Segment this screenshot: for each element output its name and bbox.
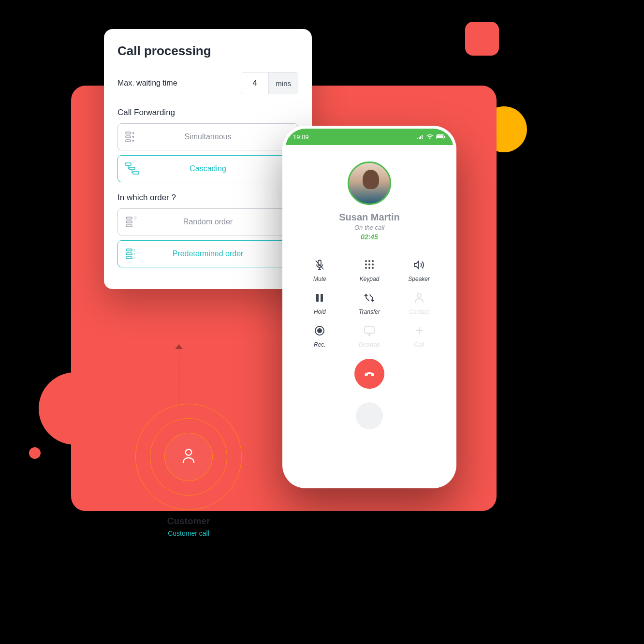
svg-rect-33	[321, 294, 323, 302]
phone-mockup: 19:09 Susan Martin On the call 02:45	[282, 126, 456, 488]
battery-icon	[436, 133, 446, 141]
max-wait-unit: mins	[268, 73, 298, 94]
svg-rect-19	[437, 135, 443, 138]
home-button[interactable]	[356, 402, 383, 429]
option-simultaneous[interactable]: Simultaneous	[117, 123, 298, 150]
call-forwarding-label: Call Forwarding	[117, 108, 298, 117]
order-section: In which order ? ? Random order 1 2 3	[117, 193, 298, 267]
caller-status: On the call	[285, 224, 454, 231]
decor-red-blob	[39, 372, 111, 445]
customer-title: Customer	[126, 516, 251, 527]
action-contact: Contact	[394, 291, 444, 315]
transfer-icon	[363, 291, 376, 305]
action-speaker[interactable]: Speaker	[394, 258, 444, 282]
option-random-order-label: Random order	[147, 218, 298, 226]
max-wait-value[interactable]	[241, 73, 268, 94]
svg-point-31	[372, 267, 374, 269]
action-mute[interactable]: Mute	[295, 258, 345, 282]
svg-rect-5	[133, 172, 139, 174]
action-add-call: Call	[394, 324, 444, 348]
action-contact-label: Contact	[409, 308, 429, 315]
order-label: In which order ?	[117, 193, 298, 203]
svg-rect-32	[316, 294, 319, 302]
caller-name: Susan Martin	[285, 212, 454, 223]
decor-red-square	[465, 22, 499, 56]
svg-rect-6	[126, 217, 132, 219]
predetermined-order-icon: 1 2 3	[118, 248, 147, 260]
call-processing-card: Call processing Max. waiting time mins C…	[104, 29, 312, 289]
action-mute-label: Mute	[313, 276, 326, 282]
max-wait-label: Max. waiting time	[117, 79, 177, 88]
svg-rect-20	[444, 136, 445, 138]
svg-point-30	[368, 267, 370, 269]
option-cascading[interactable]: Cascading	[117, 155, 298, 182]
action-transfer[interactable]: Transfer	[345, 291, 395, 315]
plus-icon	[412, 324, 426, 337]
action-record[interactable]: Rec.	[295, 324, 345, 348]
svg-point-28	[372, 263, 374, 265]
svg-rect-2	[126, 140, 131, 142]
option-cascading-label: Cascading	[147, 164, 298, 173]
option-predetermined-order-label: Predetermined order	[147, 249, 298, 258]
svg-rect-37	[365, 327, 374, 333]
hangup-button[interactable]	[354, 359, 384, 389]
svg-point-16	[186, 449, 192, 455]
status-time: 19:09	[293, 133, 309, 141]
wifi-icon	[426, 133, 433, 141]
action-transfer-label: Transfer	[359, 308, 380, 315]
option-random-order[interactable]: ? Random order	[117, 208, 298, 235]
hangup-icon	[362, 366, 377, 381]
keypad-icon	[363, 258, 376, 272]
cascading-icon	[118, 162, 147, 176]
svg-rect-1	[126, 136, 131, 138]
action-add-call-label: Call	[414, 341, 424, 348]
customer-zone: Customer Customer call	[126, 404, 251, 537]
caller-timer: 02:45	[285, 233, 454, 241]
svg-point-24	[368, 260, 370, 262]
svg-text:?: ?	[134, 216, 137, 221]
svg-text:1: 1	[133, 249, 135, 252]
desktop-icon	[363, 324, 376, 337]
customer-subtitle: Customer call	[126, 529, 251, 537]
svg-point-17	[429, 138, 430, 139]
svg-point-26	[365, 263, 367, 265]
caller-area: Susan Martin On the call 02:45	[285, 145, 454, 241]
svg-point-27	[368, 263, 370, 265]
svg-point-29	[365, 267, 367, 269]
svg-rect-10	[126, 249, 132, 251]
action-record-label: Rec.	[314, 341, 326, 348]
svg-rect-8	[126, 225, 132, 227]
max-wait-input-group[interactable]: mins	[241, 72, 298, 94]
svg-point-23	[365, 260, 367, 262]
action-keypad[interactable]: Keypad	[345, 258, 395, 282]
action-hold[interactable]: Hold	[295, 291, 345, 315]
option-predetermined-order[interactable]: 1 2 3 Predetermined order	[117, 240, 298, 267]
action-desktop: Desktop	[345, 324, 395, 348]
svg-text:3: 3	[133, 256, 135, 260]
random-order-icon: ?	[118, 216, 147, 228]
contact-icon	[412, 291, 426, 305]
action-speaker-label: Speaker	[408, 276, 430, 282]
action-hold-label: Hold	[314, 308, 326, 315]
signal-icon	[417, 133, 424, 141]
svg-text:2: 2	[133, 252, 135, 256]
svg-rect-0	[126, 132, 131, 134]
simultaneous-icon	[118, 131, 147, 143]
svg-point-34	[417, 293, 421, 297]
max-wait-row: Max. waiting time mins	[117, 72, 298, 94]
decor-red-dot	[29, 447, 41, 459]
card-title: Call processing	[117, 44, 298, 59]
arrow-line	[179, 348, 180, 404]
call-forwarding-section: Call Forwarding Simultaneous C	[117, 108, 298, 182]
action-desktop-label: Desktop	[359, 341, 380, 348]
record-icon	[313, 324, 326, 337]
caller-avatar	[348, 161, 391, 205]
mute-icon	[313, 258, 326, 272]
hold-icon	[313, 291, 326, 305]
customer-icon	[181, 448, 196, 466]
svg-point-36	[318, 329, 322, 333]
svg-rect-4	[129, 167, 135, 170]
svg-rect-7	[126, 221, 132, 223]
svg-rect-14	[126, 257, 132, 259]
svg-point-25	[372, 260, 374, 262]
